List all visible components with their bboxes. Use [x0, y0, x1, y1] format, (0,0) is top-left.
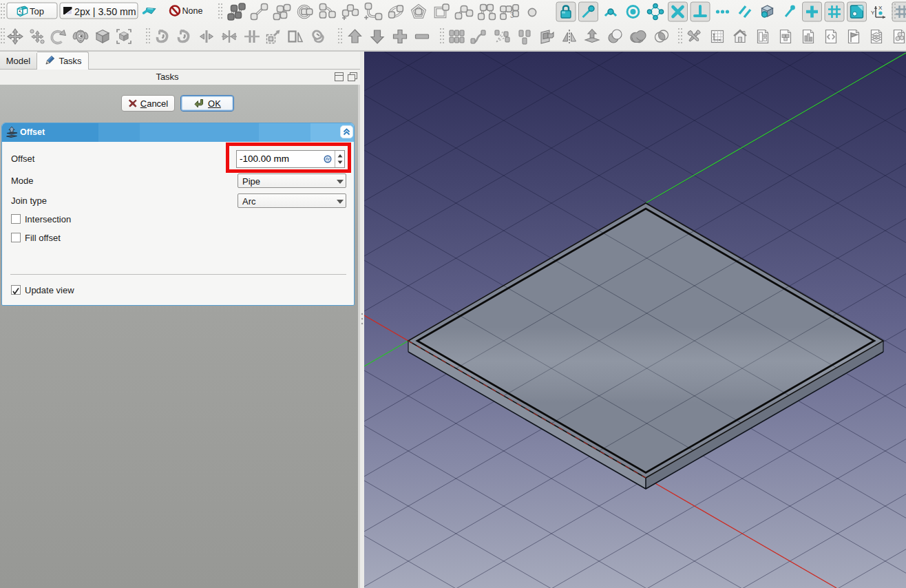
svg-text:None: None — [182, 6, 203, 16]
svg-text:3: 3 — [510, 12, 514, 19]
svg-text:2px | 3.50 mm: 2px | 3.50 mm — [74, 6, 136, 17]
svg-text:Y: Y — [871, 10, 875, 16]
svg-text:Top: Top — [30, 6, 44, 17]
svg-text:X: X — [878, 5, 883, 11]
